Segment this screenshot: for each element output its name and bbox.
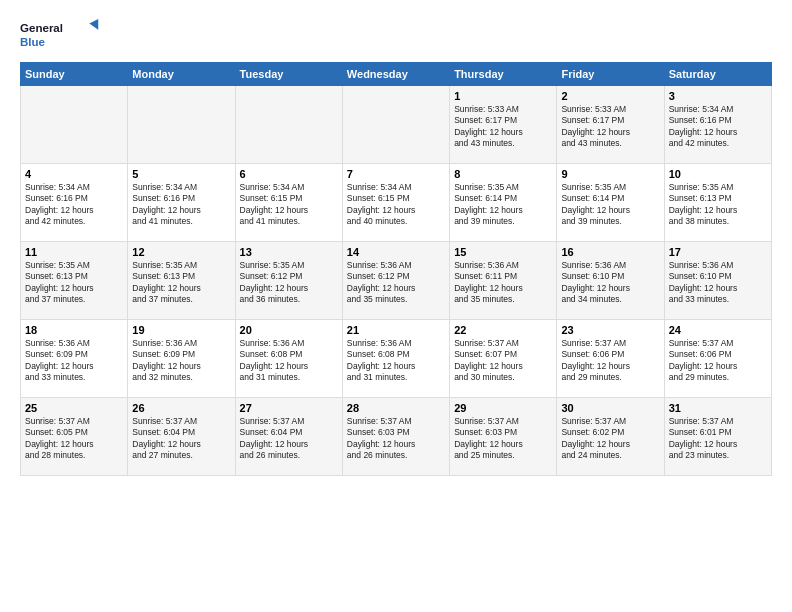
calendar-cell — [342, 86, 449, 164]
day-number: 8 — [454, 168, 552, 180]
calendar-body: 1Sunrise: 5:33 AM Sunset: 6:17 PM Daylig… — [21, 86, 772, 476]
day-info: Sunrise: 5:37 AM Sunset: 6:04 PM Dayligh… — [240, 416, 338, 462]
page: General Blue SundayMondayTuesdayWednesda… — [0, 0, 792, 612]
day-info: Sunrise: 5:37 AM Sunset: 6:06 PM Dayligh… — [669, 338, 767, 384]
day-number: 25 — [25, 402, 123, 414]
calendar-cell: 14Sunrise: 5:36 AM Sunset: 6:12 PM Dayli… — [342, 242, 449, 320]
day-number: 29 — [454, 402, 552, 414]
weekday-sunday: Sunday — [21, 63, 128, 86]
day-number: 7 — [347, 168, 445, 180]
calendar-cell: 24Sunrise: 5:37 AM Sunset: 6:06 PM Dayli… — [664, 320, 771, 398]
calendar-cell: 19Sunrise: 5:36 AM Sunset: 6:09 PM Dayli… — [128, 320, 235, 398]
day-number: 9 — [561, 168, 659, 180]
calendar-cell: 17Sunrise: 5:36 AM Sunset: 6:10 PM Dayli… — [664, 242, 771, 320]
day-info: Sunrise: 5:37 AM Sunset: 6:02 PM Dayligh… — [561, 416, 659, 462]
calendar-cell: 30Sunrise: 5:37 AM Sunset: 6:02 PM Dayli… — [557, 398, 664, 476]
day-number: 22 — [454, 324, 552, 336]
day-info: Sunrise: 5:35 AM Sunset: 6:13 PM Dayligh… — [669, 182, 767, 228]
day-info: Sunrise: 5:35 AM Sunset: 6:12 PM Dayligh… — [240, 260, 338, 306]
day-info: Sunrise: 5:36 AM Sunset: 6:08 PM Dayligh… — [240, 338, 338, 384]
day-info: Sunrise: 5:34 AM Sunset: 6:15 PM Dayligh… — [347, 182, 445, 228]
day-number: 17 — [669, 246, 767, 258]
day-info: Sunrise: 5:34 AM Sunset: 6:16 PM Dayligh… — [132, 182, 230, 228]
calendar-cell: 18Sunrise: 5:36 AM Sunset: 6:09 PM Dayli… — [21, 320, 128, 398]
day-info: Sunrise: 5:34 AM Sunset: 6:16 PM Dayligh… — [669, 104, 767, 150]
day-number: 30 — [561, 402, 659, 414]
weekday-thursday: Thursday — [450, 63, 557, 86]
calendar-cell: 10Sunrise: 5:35 AM Sunset: 6:13 PM Dayli… — [664, 164, 771, 242]
weekday-monday: Monday — [128, 63, 235, 86]
calendar-cell: 8Sunrise: 5:35 AM Sunset: 6:14 PM Daylig… — [450, 164, 557, 242]
logo-graphic: General Blue — [20, 18, 100, 54]
day-info: Sunrise: 5:35 AM Sunset: 6:14 PM Dayligh… — [454, 182, 552, 228]
day-info: Sunrise: 5:37 AM Sunset: 6:06 PM Dayligh… — [561, 338, 659, 384]
calendar-cell: 2Sunrise: 5:33 AM Sunset: 6:17 PM Daylig… — [557, 86, 664, 164]
svg-marker-2 — [89, 19, 98, 30]
calendar-cell: 29Sunrise: 5:37 AM Sunset: 6:03 PM Dayli… — [450, 398, 557, 476]
day-info: Sunrise: 5:33 AM Sunset: 6:17 PM Dayligh… — [561, 104, 659, 150]
day-info: Sunrise: 5:36 AM Sunset: 6:10 PM Dayligh… — [561, 260, 659, 306]
day-info: Sunrise: 5:37 AM Sunset: 6:04 PM Dayligh… — [132, 416, 230, 462]
day-number: 12 — [132, 246, 230, 258]
calendar-cell: 7Sunrise: 5:34 AM Sunset: 6:15 PM Daylig… — [342, 164, 449, 242]
day-number: 16 — [561, 246, 659, 258]
day-info: Sunrise: 5:34 AM Sunset: 6:15 PM Dayligh… — [240, 182, 338, 228]
calendar-cell — [235, 86, 342, 164]
weekday-tuesday: Tuesday — [235, 63, 342, 86]
logo: General Blue — [20, 18, 100, 54]
calendar-cell: 31Sunrise: 5:37 AM Sunset: 6:01 PM Dayli… — [664, 398, 771, 476]
day-info: Sunrise: 5:35 AM Sunset: 6:14 PM Dayligh… — [561, 182, 659, 228]
calendar-cell: 5Sunrise: 5:34 AM Sunset: 6:16 PM Daylig… — [128, 164, 235, 242]
calendar-header: SundayMondayTuesdayWednesdayThursdayFrid… — [21, 63, 772, 86]
day-info: Sunrise: 5:37 AM Sunset: 6:05 PM Dayligh… — [25, 416, 123, 462]
day-number: 23 — [561, 324, 659, 336]
weekday-header-row: SundayMondayTuesdayWednesdayThursdayFrid… — [21, 63, 772, 86]
day-number: 13 — [240, 246, 338, 258]
calendar-cell: 16Sunrise: 5:36 AM Sunset: 6:10 PM Dayli… — [557, 242, 664, 320]
day-info: Sunrise: 5:36 AM Sunset: 6:11 PM Dayligh… — [454, 260, 552, 306]
day-number: 6 — [240, 168, 338, 180]
day-info: Sunrise: 5:36 AM Sunset: 6:09 PM Dayligh… — [132, 338, 230, 384]
weekday-friday: Friday — [557, 63, 664, 86]
day-info: Sunrise: 5:37 AM Sunset: 6:07 PM Dayligh… — [454, 338, 552, 384]
day-number: 18 — [25, 324, 123, 336]
calendar-cell: 9Sunrise: 5:35 AM Sunset: 6:14 PM Daylig… — [557, 164, 664, 242]
day-number: 1 — [454, 90, 552, 102]
week-row-1: 1Sunrise: 5:33 AM Sunset: 6:17 PM Daylig… — [21, 86, 772, 164]
week-row-3: 11Sunrise: 5:35 AM Sunset: 6:13 PM Dayli… — [21, 242, 772, 320]
day-info: Sunrise: 5:35 AM Sunset: 6:13 PM Dayligh… — [132, 260, 230, 306]
weekday-saturday: Saturday — [664, 63, 771, 86]
calendar-cell: 25Sunrise: 5:37 AM Sunset: 6:05 PM Dayli… — [21, 398, 128, 476]
day-info: Sunrise: 5:37 AM Sunset: 6:03 PM Dayligh… — [454, 416, 552, 462]
day-number: 10 — [669, 168, 767, 180]
day-number: 20 — [240, 324, 338, 336]
calendar-cell — [21, 86, 128, 164]
calendar-cell: 11Sunrise: 5:35 AM Sunset: 6:13 PM Dayli… — [21, 242, 128, 320]
day-info: Sunrise: 5:35 AM Sunset: 6:13 PM Dayligh… — [25, 260, 123, 306]
day-info: Sunrise: 5:37 AM Sunset: 6:03 PM Dayligh… — [347, 416, 445, 462]
day-number: 14 — [347, 246, 445, 258]
week-row-2: 4Sunrise: 5:34 AM Sunset: 6:16 PM Daylig… — [21, 164, 772, 242]
day-number: 27 — [240, 402, 338, 414]
day-info: Sunrise: 5:34 AM Sunset: 6:16 PM Dayligh… — [25, 182, 123, 228]
day-number: 15 — [454, 246, 552, 258]
svg-text:General: General — [20, 22, 63, 34]
calendar-cell — [128, 86, 235, 164]
calendar-cell: 1Sunrise: 5:33 AM Sunset: 6:17 PM Daylig… — [450, 86, 557, 164]
day-info: Sunrise: 5:37 AM Sunset: 6:01 PM Dayligh… — [669, 416, 767, 462]
day-info: Sunrise: 5:33 AM Sunset: 6:17 PM Dayligh… — [454, 104, 552, 150]
calendar-cell: 12Sunrise: 5:35 AM Sunset: 6:13 PM Dayli… — [128, 242, 235, 320]
day-number: 26 — [132, 402, 230, 414]
calendar-cell: 28Sunrise: 5:37 AM Sunset: 6:03 PM Dayli… — [342, 398, 449, 476]
day-info: Sunrise: 5:36 AM Sunset: 6:12 PM Dayligh… — [347, 260, 445, 306]
day-number: 5 — [132, 168, 230, 180]
header: General Blue — [20, 18, 772, 54]
weekday-wednesday: Wednesday — [342, 63, 449, 86]
day-info: Sunrise: 5:36 AM Sunset: 6:10 PM Dayligh… — [669, 260, 767, 306]
calendar-cell: 23Sunrise: 5:37 AM Sunset: 6:06 PM Dayli… — [557, 320, 664, 398]
week-row-5: 25Sunrise: 5:37 AM Sunset: 6:05 PM Dayli… — [21, 398, 772, 476]
svg-text:Blue: Blue — [20, 36, 46, 48]
calendar-cell: 27Sunrise: 5:37 AM Sunset: 6:04 PM Dayli… — [235, 398, 342, 476]
calendar-cell: 20Sunrise: 5:36 AM Sunset: 6:08 PM Dayli… — [235, 320, 342, 398]
day-number: 11 — [25, 246, 123, 258]
